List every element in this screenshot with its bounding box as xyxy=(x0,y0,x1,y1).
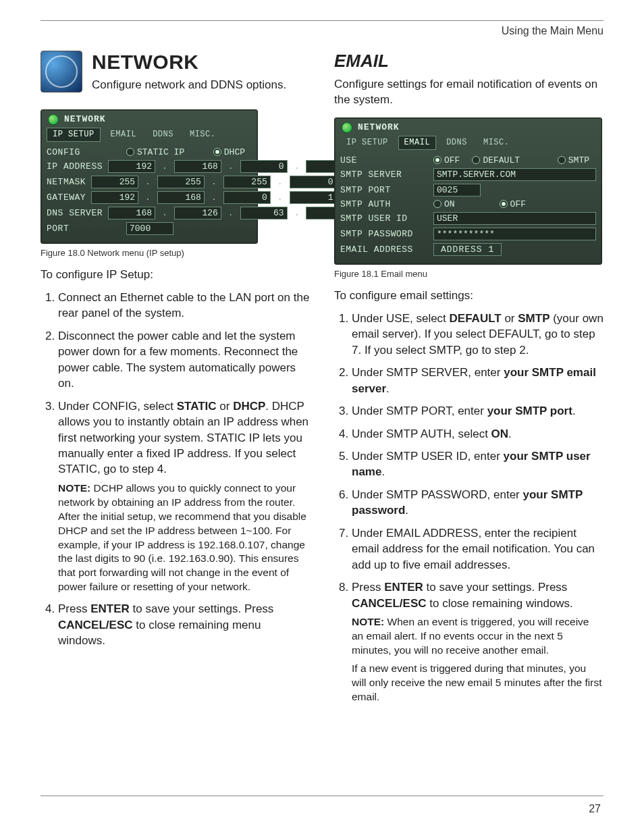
list-item: Under CONFIG, select STATIC or DHCP. DHC… xyxy=(58,398,310,595)
smtp-pass-label: SMTP PASSWORD xyxy=(340,229,428,239)
email-menu-screenshot: NETWORK IP SETUP EMAIL DDNS MISC. USE OF… xyxy=(334,118,602,265)
port-field[interactable]: 7000 xyxy=(126,222,173,235)
menu-title: NETWORK xyxy=(358,122,400,132)
menu-title: NETWORK xyxy=(64,114,106,124)
network-intro: Configure network and DDNS options. xyxy=(92,78,286,93)
smtp-port-field[interactable]: 0025 xyxy=(433,184,481,197)
tab-misc[interactable]: MISC. xyxy=(184,128,222,142)
figure-caption-right: Figure 18.1 Email menu xyxy=(334,269,603,279)
auth-off-radio[interactable]: OFF xyxy=(500,199,526,209)
smtp-server-label: SMTP SERVER xyxy=(340,170,428,180)
tab-ddns[interactable]: DDNS xyxy=(146,128,180,142)
email-address-label: EMAIL ADDRESS xyxy=(340,244,428,255)
network-menu-screenshot: NETWORK IP SETUP EMAIL DDNS MISC. CONFIG… xyxy=(41,109,258,244)
left-lead: To configure IP Setup: xyxy=(41,267,310,283)
tab-ip-setup[interactable]: IP SETUP xyxy=(340,136,394,150)
email-intro: Configure settings for email notificatio… xyxy=(334,77,603,108)
use-default-radio[interactable]: DEFAULT xyxy=(472,155,520,165)
list-item: Disconnect the power cable and let the s… xyxy=(58,328,310,392)
ip-octet[interactable]: 192 xyxy=(108,160,155,173)
network-heading: NETWORK xyxy=(92,51,286,74)
smtp-port-label: SMTP PORT xyxy=(340,185,428,195)
list-item: Under EMAIL ADDRESS, enter the recipient… xyxy=(352,525,603,573)
running-header: Using the Main Menu xyxy=(0,21,603,37)
address1-button[interactable]: ADDRESS 1 xyxy=(433,243,502,256)
tab-ddns[interactable]: DDNS xyxy=(440,136,473,150)
config-label: CONFIG xyxy=(47,147,121,157)
smtp-user-label: SMTP USER ID xyxy=(340,213,428,224)
list-item: Under SMTP SERVER, enter your SMTP email… xyxy=(352,365,603,396)
ip-address-label: IP ADDRESS xyxy=(47,161,103,172)
tab-email[interactable]: EMAIL xyxy=(105,128,143,142)
smtp-pass-field[interactable]: *********** xyxy=(433,228,596,240)
tab-ip-setup[interactable]: IP SETUP xyxy=(47,128,101,142)
network-globe-icon xyxy=(41,51,82,93)
list-item: Connect an Ethernet cable to the LAN por… xyxy=(58,290,310,321)
ip-octet[interactable]: 0 xyxy=(240,160,288,173)
static-ip-radio[interactable]: STATIC IP xyxy=(126,147,184,157)
list-item: Under SMTP PASSWORD, enter your SMTP pas… xyxy=(352,487,603,519)
figure-caption-left: Figure 18.0 Network menu (IP setup) xyxy=(41,248,310,258)
dns-label: DNS SERVER xyxy=(47,208,103,218)
list-item: Under SMTP PORT, enter your SMTP port. xyxy=(352,403,603,419)
list-item: Press ENTER to save your settings. Press… xyxy=(352,579,603,704)
list-item: Under SMTP AUTH, select ON. xyxy=(352,426,603,442)
right-column: EMAIL Configure settings for email notif… xyxy=(334,51,603,711)
ip-setup-steps: Connect an Ethernet cable to the LAN por… xyxy=(41,290,310,649)
auth-on-radio[interactable]: ON xyxy=(433,199,455,209)
use-smtp-radio[interactable]: SMTP xyxy=(558,155,589,165)
list-item: Under USE, select DEFAULT or SMTP (your … xyxy=(352,311,603,358)
left-column: NETWORK Configure network and DDNS optio… xyxy=(41,51,310,711)
email-steps: Under USE, select DEFAULT or SMTP (your … xyxy=(334,311,603,704)
netmask-label: NETMASK xyxy=(47,177,86,187)
ip-octet[interactable]: 168 xyxy=(174,160,221,173)
tab-email[interactable]: EMAIL xyxy=(398,136,437,150)
list-item: Under SMTP USER ID, enter your SMTP user… xyxy=(352,448,603,480)
smtp-server-field[interactable]: SMTP.SERVER.COM xyxy=(433,168,596,181)
list-item: Press ENTER to save your settings. Press… xyxy=(58,601,310,648)
smtp-auth-label: SMTP AUTH xyxy=(340,199,428,209)
tab-misc[interactable]: MISC. xyxy=(477,136,516,150)
right-lead: To configure email settings: xyxy=(334,288,603,304)
port-label: PORT xyxy=(47,224,121,234)
use-label: USE xyxy=(340,155,428,165)
email-heading: EMAIL xyxy=(334,51,603,72)
use-off-radio[interactable]: OFF xyxy=(433,155,460,165)
dhcp-radio[interactable]: DHCP xyxy=(213,147,245,157)
menu-logo-icon xyxy=(48,114,59,125)
page-number: 27 xyxy=(589,803,601,815)
gateway-label: GATEWAY xyxy=(47,192,86,203)
menu-logo-icon xyxy=(342,122,352,133)
smtp-user-field[interactable]: USER xyxy=(433,212,596,225)
